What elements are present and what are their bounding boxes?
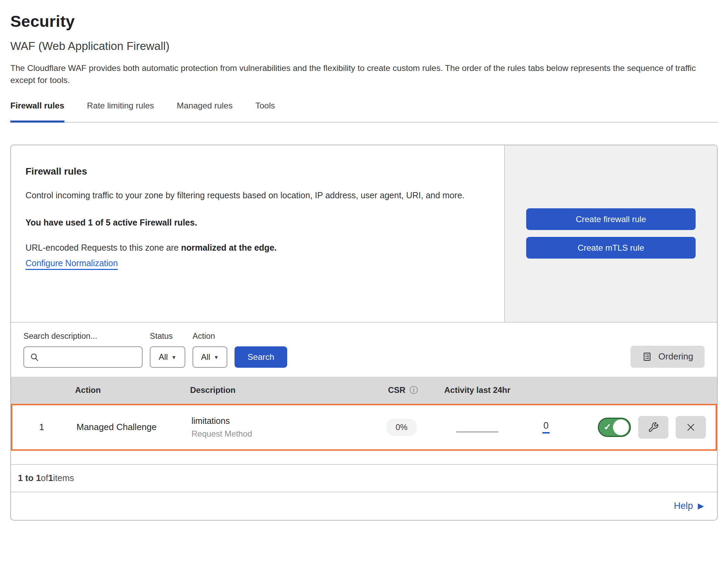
rule-description-cell: limitations Request Method [191,416,360,439]
action-value: All [201,352,210,362]
tab-rate-limiting-rules[interactable]: Rate limiting rules [87,101,154,122]
help-label: Help [674,501,693,511]
column-header-activity: Activity last 24hr [444,385,599,395]
rule-priority: 1 [39,422,44,432]
wrench-icon [648,422,659,433]
firewall-rules-card: Firewall rules Control incoming traffic … [10,145,718,521]
create-mtls-rule-button[interactable]: Create mTLS rule [526,237,696,259]
csr-badge: 0% [386,419,417,436]
tab-tools[interactable]: Tools [255,101,275,122]
check-icon: ✓ [604,422,611,432]
pagination-total: 1 [48,473,53,483]
card-description: Control incoming traffic to your zone by… [25,187,470,203]
card-heading: Firewall rules [25,166,487,177]
rule-enabled-toggle[interactable]: ✓ [598,418,631,437]
search-label: Search description... [23,332,143,341]
pagination-range: 1 to 1 [18,473,41,483]
activity-count-link[interactable]: 0 [542,421,550,434]
status-value: All [159,352,168,362]
status-dropdown[interactable]: All ▼ [150,346,185,368]
chevron-down-icon: ▼ [171,354,176,360]
actions-panel: Create firewall rule Create mTLS rule [504,145,717,322]
rule-action: Managed Challenge [71,422,191,432]
search-input[interactable] [39,352,138,362]
search-box [23,346,143,368]
activity-cell: 0 [443,421,598,434]
action-label: Action [193,332,227,341]
help-link[interactable]: Help ▶ [674,501,704,511]
search-button[interactable]: Search [235,346,287,368]
column-header-csr: CSR ⓘ [388,385,418,396]
filter-bar: Search description... Status All ▼ Actio… [11,323,717,377]
waf-tabbar: Firewall rules Rate limiting rules Manag… [10,101,718,123]
configure-normalization-link[interactable]: Configure Normalization [25,258,118,268]
table-header: Action Description CSR ⓘ Activity last 2… [11,377,717,404]
column-header-description: Description [190,385,362,395]
rule-expression: Request Method [191,429,360,439]
create-firewall-rule-button[interactable]: Create firewall rule [526,208,696,230]
arrow-right-icon: ▶ [698,501,704,511]
toggle-knob [613,419,629,435]
tab-firewall-rules[interactable]: Firewall rules [10,101,64,122]
page-subtitle: WAF (Web Application Firewall) [10,40,718,53]
search-icon [30,352,39,362]
close-icon [686,422,696,432]
table-footer-spacer [11,451,717,464]
delete-rule-button[interactable] [676,416,706,439]
pagination: 1 to 1 of 1 items [11,464,717,492]
usage-text: You have used 1 of 5 active Firewall rul… [25,218,487,228]
ordering-button[interactable]: Ordering [631,346,705,368]
help-row: Help ▶ [11,492,717,520]
table-row: 1 Managed Challenge limitations Request … [11,404,717,451]
info-icon[interactable]: ⓘ [409,385,418,396]
firewall-rules-summary-section: Firewall rules Control incoming traffic … [11,145,717,323]
tab-managed-rules[interactable]: Managed rules [177,101,232,122]
chevron-down-icon: ▼ [214,354,219,360]
activity-sparkline [456,431,498,432]
status-label: Status [150,332,185,341]
rule-description: limitations [191,416,360,426]
normalization-text: URL-encoded Requests to this zone are no… [25,243,487,253]
edit-rule-button[interactable] [638,416,668,439]
action-dropdown[interactable]: All ▼ [193,346,227,368]
ordering-label: Ordering [658,351,693,362]
page-title: Security [10,12,718,31]
column-header-action: Action [70,385,190,395]
page-description: The Cloudflare WAF provides both automat… [10,62,709,86]
ordered-list-icon [642,352,652,362]
rule-controls: ✓ [598,416,716,439]
